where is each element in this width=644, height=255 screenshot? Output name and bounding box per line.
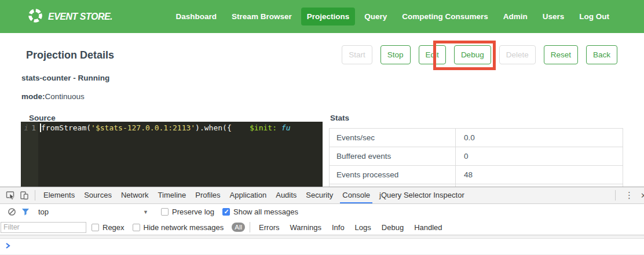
device-toolbar-icon[interactable] <box>17 189 31 202</box>
code-token-key: $init: <box>250 123 277 132</box>
console-prompt[interactable] <box>0 239 644 251</box>
nav-item-competing-consumers[interactable]: Competing Consumers <box>396 8 494 26</box>
devtools-tab-sources[interactable]: Sources <box>79 187 116 203</box>
devtools-tab-security[interactable]: Security <box>301 187 338 203</box>
nav-item-logout[interactable]: Log Out <box>573 8 615 26</box>
dropdown-arrow-icon: ▼ <box>143 209 148 215</box>
devtools-tab-audits[interactable]: Audits <box>271 187 301 203</box>
projection-status: stats-counter - Running <box>21 74 109 82</box>
editor-gutter: i 1 <box>21 122 38 187</box>
start-button[interactable]: Start <box>342 45 372 64</box>
nav-item-projections[interactable]: Projections <box>301 8 356 26</box>
reset-button[interactable]: Reset <box>544 45 578 64</box>
nav-item-admin[interactable]: Admin <box>497 8 533 26</box>
filter-level-warnings[interactable]: Warnings <box>284 223 326 232</box>
filter-funnel-icon[interactable] <box>19 206 32 218</box>
context-value: top <box>38 207 49 216</box>
nav-item-users[interactable]: Users <box>537 8 570 26</box>
devtools-tab-timeline[interactable]: Timeline <box>153 187 191 203</box>
devtools-tab-profiles[interactable]: Profiles <box>191 187 225 203</box>
stat-label: Buffered events <box>330 147 456 165</box>
code-token <box>232 123 250 132</box>
show-all-messages-label: Show all messages <box>233 207 298 216</box>
delete-button[interactable]: Delete <box>499 45 536 64</box>
filter-level-info[interactable]: Info <box>327 223 350 232</box>
stat-label: Events processed <box>330 166 456 184</box>
clear-console-icon[interactable] <box>5 206 19 218</box>
stat-value: 0.0 <box>456 129 623 147</box>
kebab-menu-icon[interactable]: ⋮ <box>619 190 639 201</box>
main-nav: Dashboard Stream Browser Projections Que… <box>170 8 615 26</box>
stat-label: Events/sec <box>330 129 456 147</box>
execution-context-selector[interactable]: top ▼ <box>38 207 148 216</box>
nav-item-query[interactable]: Query <box>358 8 393 26</box>
inspect-element-icon[interactable] <box>3 189 17 202</box>
devtools-tab-console[interactable]: Console <box>338 187 375 203</box>
nav-item-stream-browser[interactable]: Stream Browser <box>226 8 298 26</box>
console-prompt-icon <box>5 242 11 251</box>
preserve-log-checkbox[interactable] <box>161 208 169 216</box>
filter-level-errors[interactable]: Errors <box>254 223 284 232</box>
source-code-editor[interactable]: i 1 fromStream('$stats-127.0.0.1:2113').… <box>21 122 323 187</box>
table-row: Buffered events 0 <box>330 147 623 166</box>
gutter-info-icon: i <box>24 123 28 132</box>
main-content: Projection Details Start Stop Edit Debug… <box>0 33 644 187</box>
filter-all-badge[interactable]: All <box>232 223 245 232</box>
code-line: fromStream('$stats-127.0.0.1:2113').when… <box>38 122 291 187</box>
brand-text: EVENT STORE. <box>48 12 112 22</box>
brand-logo[interactable]: EVENT STORE. <box>28 8 112 26</box>
projection-mode: mode:Continuous <box>21 92 85 101</box>
code-token-keyword: fu <box>277 123 290 132</box>
devtools-tab-network[interactable]: Network <box>116 187 153 203</box>
devtools-tabbar: Elements Sources Network Timeline Profil… <box>0 187 644 204</box>
toolbar-separator <box>35 190 35 201</box>
table-row: Events processed 48 <box>330 166 623 184</box>
back-button[interactable]: Back <box>586 45 617 64</box>
code-token: fromStream( <box>41 123 91 132</box>
devtools-tab-elements[interactable]: Elements <box>39 187 79 203</box>
regex-label: Regex <box>103 223 125 232</box>
console-filterbar: Regex Hide network messages All Errors W… <box>0 220 644 235</box>
stat-value: 0 <box>456 147 623 165</box>
console-toolbar: top ▼ Preserve log Show all messages <box>0 204 644 220</box>
nav-item-dashboard[interactable]: Dashboard <box>170 8 223 26</box>
regex-checkbox[interactable] <box>92 224 99 231</box>
stats-heading: Stats <box>330 114 349 122</box>
stats-table: Events/sec 0.0 Buffered events 0 Events … <box>329 128 623 187</box>
page-title: Projection Details <box>26 49 114 61</box>
top-navbar: EVENT STORE. Dashboard Stream Browser Pr… <box>0 0 644 33</box>
line-number: 1 <box>31 123 36 132</box>
stat-value: 48 <box>456 166 623 184</box>
filter-level-debug[interactable]: Debug <box>376 223 409 232</box>
mode-value: Continuous <box>45 92 85 101</box>
preserve-log-label: Preserve log <box>172 207 214 216</box>
eventstore-logo-icon <box>28 8 43 26</box>
hide-network-messages-label: Hide network messages <box>144 223 224 232</box>
debug-button[interactable]: Debug <box>454 45 491 64</box>
stop-button[interactable]: Stop <box>380 45 411 64</box>
toolbar-separator <box>615 190 616 201</box>
mode-label: mode: <box>21 92 45 101</box>
code-token: ).when({ <box>195 123 232 132</box>
show-all-messages-checkbox[interactable] <box>222 208 230 216</box>
code-token-string: '$stats-127.0.0.1:2113' <box>91 123 195 132</box>
close-devtools-icon[interactable]: ✕ <box>639 191 644 200</box>
filter-level-handled[interactable]: Handled <box>409 223 447 232</box>
devtools-tab-application[interactable]: Application <box>225 187 272 203</box>
toolbar-separator <box>250 222 250 232</box>
filter-level-logs[interactable]: Logs <box>350 223 376 232</box>
edit-button[interactable]: Edit <box>419 45 446 64</box>
table-row: Events/sec 0.0 <box>330 129 623 147</box>
source-heading: Source <box>29 114 56 122</box>
filter-input[interactable] <box>1 222 86 233</box>
hide-network-messages-checkbox[interactable] <box>133 224 140 231</box>
devtools-panel: Elements Sources Network Timeline Profil… <box>0 187 644 255</box>
action-buttons: Start Stop Edit Debug Delete Reset Back <box>334 45 617 64</box>
console-messages-area[interactable] <box>0 239 644 255</box>
devtools-tab-jquery-selector-inspector[interactable]: jQuery Selector Inspector <box>375 187 469 203</box>
